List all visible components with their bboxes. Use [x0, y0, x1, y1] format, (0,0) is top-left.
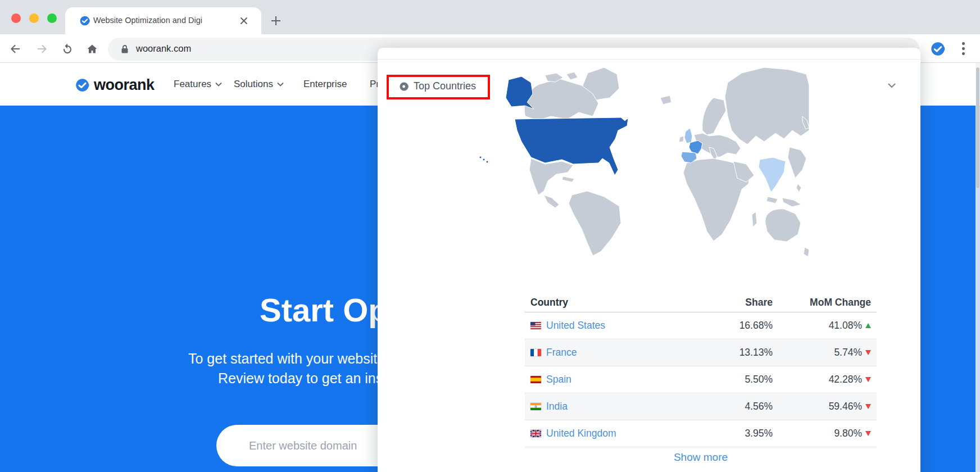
woorank-logo-text: woorank: [94, 76, 155, 94]
trend-arrow-icon: [865, 404, 871, 409]
table-row: United States 16.68% 41.08%: [525, 312, 877, 339]
panel-title: Top Countries: [414, 80, 476, 92]
map-asia: [725, 67, 809, 144]
chevron-down-icon: [277, 82, 284, 87]
hero-subtitle-line1: To get started with your websit: [188, 351, 377, 367]
woorank-extension-icon[interactable]: [930, 41, 946, 57]
woorank-eye-icon: [399, 81, 409, 92]
tab-close-icon[interactable]: [238, 15, 249, 26]
map-madagascar: [752, 212, 757, 227]
map-uk-highlight[interactable]: [684, 128, 692, 143]
world-map[interactable]: [478, 63, 809, 258]
nav-item-enterprise[interactable]: Enterprise: [303, 79, 347, 90]
header-country: Country: [530, 297, 700, 308]
trend-arrow-icon: [865, 350, 871, 355]
header-mom-change: MoM Change: [773, 297, 871, 308]
hero-title: Start Op: [260, 291, 388, 329]
forward-icon[interactable]: [35, 42, 49, 56]
trend-arrow-icon: [865, 377, 871, 382]
woorank-logo[interactable]: woorank: [75, 77, 155, 93]
map-iceland: [660, 96, 672, 105]
country-link[interactable]: France: [546, 347, 577, 358]
woorank-favicon-icon: [79, 15, 90, 26]
fr-flag-icon: [530, 349, 541, 356]
table-row: Spain 5.50% 42.28%: [525, 366, 877, 393]
reload-icon[interactable]: [61, 42, 74, 56]
tab-strip: Website Optimization and Digi: [0, 0, 980, 34]
url-text[interactable]: woorank.com: [136, 43, 191, 54]
top-countries-table: Country Share MoM Change United States 1…: [525, 293, 877, 447]
lock-icon: [120, 44, 129, 54]
trend-arrow-icon: [865, 323, 871, 328]
map-mexico: [529, 158, 573, 195]
macos-minimize-button[interactable]: [29, 13, 39, 23]
nav-item-features[interactable]: Features: [174, 79, 222, 90]
map-south-america: [569, 191, 621, 256]
table-row: France 13.13% 5.74%: [525, 339, 877, 366]
map-france-highlight[interactable]: [689, 140, 702, 154]
macos-close-button[interactable]: [11, 13, 21, 23]
woorank-logo-icon: [75, 78, 90, 93]
table-header-row: Country Share MoM Change: [525, 293, 877, 312]
in-flag-icon: [530, 403, 541, 410]
country-link[interactable]: United States: [546, 320, 605, 332]
map-new-zealand: [804, 247, 809, 257]
map-southeast-asia: [788, 147, 806, 178]
browser-tab[interactable]: Website Optimization and Digi: [65, 7, 261, 34]
new-tab-button[interactable]: [269, 14, 283, 28]
home-icon[interactable]: [85, 42, 99, 56]
map-scandinavia: [702, 98, 726, 135]
tab-title: Website Optimization and Digi: [93, 16, 238, 27]
header-share: Share: [700, 297, 773, 308]
es-flag-icon: [530, 376, 541, 383]
gb-flag-icon: [530, 430, 541, 437]
country-link[interactable]: Spain: [546, 374, 571, 385]
trend-arrow-icon: [865, 431, 871, 436]
map-india-highlight[interactable]: [759, 157, 786, 192]
us-flag-icon: [530, 322, 541, 329]
browser-menu-icon[interactable]: [960, 42, 966, 56]
table-row: United Kingdom 3.95% 9.80%: [525, 420, 877, 447]
top-countries-panel: Top Countries: [378, 48, 920, 472]
back-icon[interactable]: [8, 42, 22, 56]
page-scrollbar[interactable]: [976, 63, 980, 472]
collapse-chevron-icon[interactable]: [886, 80, 897, 91]
show-more-link[interactable]: Show more: [525, 451, 877, 464]
macos-fullscreen-button[interactable]: [47, 13, 57, 23]
country-link[interactable]: India: [546, 401, 568, 412]
country-link[interactable]: United Kingdom: [546, 428, 616, 439]
table-row: India 4.56% 59.46%: [525, 393, 877, 420]
chevron-down-icon: [215, 82, 222, 87]
map-hawaii-highlight[interactable]: [479, 156, 482, 158]
panel-divider: [378, 59, 920, 60]
scrollbar-thumb[interactable]: [976, 67, 979, 188]
nav-item-solutions[interactable]: Solutions: [234, 79, 284, 90]
map-australia: [765, 209, 801, 242]
map-ireland: [679, 136, 684, 142]
hero-subtitle-line2: Review today to get an ins: [218, 370, 383, 387]
